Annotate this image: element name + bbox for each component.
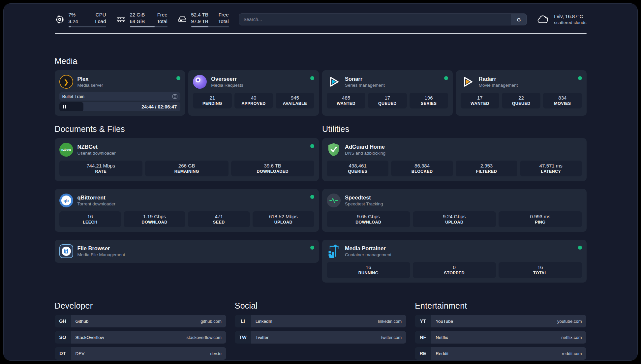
stat-wanted: 17 WANTED xyxy=(461,93,499,108)
link-abbr: LI xyxy=(235,315,251,327)
stat-download: 9.65 Gbps DOWNLOAD xyxy=(327,211,410,227)
app-name: Media Portainer xyxy=(345,245,391,252)
link-abbr: RE xyxy=(415,347,431,360)
status-dot xyxy=(578,76,582,80)
status-dot xyxy=(310,246,314,250)
weather-location-temp: Lviv, 16.87°C xyxy=(554,13,586,20)
search-engine-button[interactable]: G xyxy=(511,14,527,25)
app-card-sonarr[interactable]: Sonarr Series management 485 WANTED 17 Q… xyxy=(322,70,453,116)
app-name: Speedtest xyxy=(345,195,383,201)
link-abbr: TW xyxy=(235,331,251,344)
app-subtitle: Torrent downloader xyxy=(77,201,116,206)
disk-widget: 52.4 TB 97.9 TB Free Total xyxy=(177,12,229,27)
app-subtitle: Series management xyxy=(345,83,385,88)
app-card-speedtest[interactable]: Speedtest Speedtest Tracking 9.65 Gbps D… xyxy=(322,189,587,232)
link-abbr: NF xyxy=(415,331,431,344)
section-title-media: Media xyxy=(55,56,587,66)
cpu-icon xyxy=(55,15,65,24)
disk-total-label: Total xyxy=(216,18,229,25)
stat-available: 945 AVAILABLE xyxy=(276,93,314,108)
link-name: Twitter xyxy=(256,335,269,340)
section-title-entertainment: Entertainment xyxy=(415,301,586,311)
app-subtitle: Media server xyxy=(77,83,103,88)
app-subtitle: Movie management xyxy=(479,83,518,88)
weather-condition: scattered clouds xyxy=(554,20,586,26)
link-github[interactable]: GH Github github.com xyxy=(55,315,226,327)
app-card-overseerr[interactable]: Overseerr Media Requests 21 PENDING 40 A… xyxy=(188,70,319,116)
cpu-progress-bar xyxy=(69,26,106,27)
app-card-plex[interactable]: ❯ Plex Media server Bullet Train xyxy=(55,70,185,116)
status-dot xyxy=(310,76,314,80)
app-subtitle: Container management xyxy=(345,252,391,257)
section-title-social: Social xyxy=(235,301,406,311)
status-dot xyxy=(578,246,582,250)
qbittorrent-icon: qb xyxy=(59,194,73,207)
disk-progress-bar xyxy=(191,26,229,27)
stat-filtered: 2,953 FILTERED xyxy=(456,161,517,176)
link-stackoverflow[interactable]: SO StackOverflow stackoverflow.com xyxy=(55,331,226,344)
playback-progress-bar[interactable]: 24:44 / 02:06:47 xyxy=(59,102,181,111)
ram-progress-bar xyxy=(130,26,168,27)
stat-blocked: 86,384 BLOCKED xyxy=(391,161,453,176)
track-title: Bullet Train xyxy=(62,94,85,99)
cpu-widget: 7% 3.24 CPU Load xyxy=(55,12,106,27)
stat-remaining: 266 GB REMAINING xyxy=(145,161,229,176)
plex-icon: ❯ xyxy=(59,75,73,89)
link-name: YouTube xyxy=(436,319,453,324)
disk-icon xyxy=(177,15,187,24)
status-dot xyxy=(310,195,314,199)
ram-widget: 22 GiB 64 GiB Free Total xyxy=(116,12,168,27)
app-name: Overseerr xyxy=(211,76,243,82)
stat-rate: 744.21 Mbps RATE xyxy=(59,161,143,176)
app-card-portainer[interactable]: Media Portainer Container management 16 … xyxy=(322,240,587,283)
cast-icon[interactable] xyxy=(172,94,177,99)
app-card-qbittorrent[interactable]: qb qBittorrent Torrent downloader 16 LEE… xyxy=(55,189,319,232)
app-name: Plex xyxy=(77,76,103,82)
stat-downloaded: 39.6 TB DOWNLOADED xyxy=(231,161,315,176)
speedtest-icon xyxy=(327,194,341,207)
link-linkedin[interactable]: LI LinkedIn linkedin.com xyxy=(235,315,406,327)
radarr-icon xyxy=(461,75,474,89)
stat-upload: 618.52 Mbps UPLOAD xyxy=(253,211,314,227)
link-name: DEV xyxy=(76,351,85,356)
app-subtitle: DNS and adblocking xyxy=(345,151,385,156)
app-card-adguard[interactable]: AdGuard Home DNS and adblocking 498,461 … xyxy=(322,138,587,181)
link-abbr: YT xyxy=(415,315,431,327)
app-subtitle: Usenet downloader xyxy=(77,151,116,156)
stat-queued: 17 QUEUED xyxy=(368,93,407,108)
link-url: youtube.com xyxy=(557,319,582,324)
link-name: StackOverflow xyxy=(76,335,104,340)
stat-approved: 40 APPROVED xyxy=(234,93,273,108)
link-netflix[interactable]: NF Netflix netflix.com xyxy=(415,331,586,344)
stat-latency: 47.571 ms LATENCY xyxy=(520,161,582,176)
playback-elapsed xyxy=(59,102,84,111)
stat-wanted: 485 WANTED xyxy=(327,93,365,108)
sonarr-icon xyxy=(327,75,341,89)
link-youtube[interactable]: YT YouTube youtube.com xyxy=(415,315,586,327)
stat-total: 16 TOTAL xyxy=(499,262,582,278)
link-dev[interactable]: DT DEV dev.to xyxy=(55,347,226,360)
ram-total-value: 64 GiB xyxy=(130,18,148,25)
ram-total-label: Total xyxy=(154,18,168,25)
link-twitter[interactable]: TW Twitter twitter.com xyxy=(235,331,406,344)
status-dot xyxy=(310,144,314,148)
overseerr-icon xyxy=(193,75,207,89)
link-url: dev.to xyxy=(210,351,221,356)
pause-icon[interactable] xyxy=(63,105,66,108)
link-name: Netflix xyxy=(436,335,448,340)
app-card-filebrowser[interactable]: File Browser Media File Management xyxy=(55,240,319,263)
link-url: stackoverflow.com xyxy=(187,335,222,340)
stat-stopped: 0 STOPPED xyxy=(413,262,496,278)
app-name: AdGuard Home xyxy=(345,144,385,150)
ram-free-label: Free xyxy=(154,12,168,18)
search-input[interactable] xyxy=(239,17,511,22)
app-card-nzbget[interactable]: nzbget NZBGet Usenet downloader 744.21 M… xyxy=(55,138,319,181)
app-card-radarr[interactable]: Radarr Movie management 17 WANTED 22 QUE… xyxy=(456,70,587,116)
section-title-documents: Documents & Files xyxy=(55,124,319,134)
link-reddit[interactable]: RE Reddit reddit.com xyxy=(415,347,586,360)
link-name: Reddit xyxy=(436,351,448,356)
app-name: File Browser xyxy=(77,245,125,252)
stat-queries: 498,461 QUERIES xyxy=(327,161,388,176)
link-url: netflix.com xyxy=(561,335,582,340)
disk-total-value: 97.9 TB xyxy=(191,18,210,25)
